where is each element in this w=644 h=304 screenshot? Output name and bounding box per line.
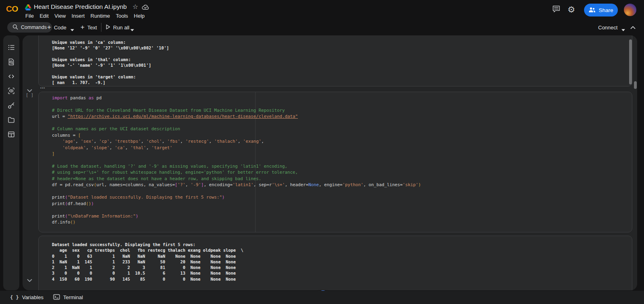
people-icon: [588, 7, 596, 14]
colab-logo[interactable]: CO: [6, 4, 18, 14]
run-all-button[interactable]: Run all: [105, 23, 129, 32]
menu-item-file[interactable]: File: [25, 12, 35, 19]
code-line: # using sep=r'\s+' for robust whitespace…: [52, 169, 421, 175]
table-of-contents-icon[interactable]: [7, 43, 16, 52]
menu-item-view[interactable]: View: [54, 12, 66, 19]
output-line: 3 0 0 0 0 1 10.5 6 13 None None None: [52, 270, 243, 276]
code-line: # Direct URL for the Cleveland Heart Dis…: [52, 107, 421, 113]
output-line: 1 NaN 1 145 1 233 NaN 50 20 None None No…: [52, 259, 243, 265]
code-line: print("Dataset loaded successfully. Disp…: [52, 194, 421, 200]
output-line: 0 1 0 63 1 NaN NaN NaN None None None No…: [52, 253, 243, 259]
code-line: ]: [52, 151, 421, 157]
menubar: FileEditViewInsertRuntimeToolsHelp: [25, 12, 145, 19]
code-line: [52, 188, 421, 194]
code-line: # Column names as per the UCI dataset de…: [52, 126, 421, 132]
menu-item-runtime[interactable]: Runtime: [90, 12, 111, 19]
terminal-button[interactable]: Terminal: [53, 294, 83, 301]
toolbar-collapse-chevron-icon[interactable]: [630, 24, 636, 31]
plus-icon: +: [47, 24, 51, 31]
output-line: [52, 51, 169, 57]
terminal-icon: [53, 294, 60, 301]
app-header: CO Heart Disease Prediction AI.ipynb ☆ F…: [0, 0, 644, 20]
app-footer: { } Variables Terminal: [0, 291, 644, 304]
output-scrollbar[interactable]: [629, 39, 632, 84]
code-line: # Load the dataset, handling '?' and '-9…: [52, 163, 421, 169]
connect-button[interactable]: Connect: [598, 23, 617, 32]
toolbar: Commands + Code + Text Run all Connect: [0, 20, 644, 35]
toolbar-divider: [101, 23, 101, 32]
code-line: 'oldpeak', 'slope', 'ca', 'thal', 'targe…: [52, 145, 421, 151]
output-cell-2: Dataset loaded successfully. Displaying …: [38, 236, 632, 290]
output-line: 4 150 60 190 90 145 85 0 0 None None Non…: [52, 276, 243, 282]
output-text: Unique values in 'ca' column:[None '12' …: [52, 39, 169, 85]
comments-icon[interactable]: [552, 5, 560, 14]
output-line: [ nan 1. 707. -9.]: [52, 80, 169, 85]
output-line: age sex cp trestbps chol fbs restecg tha…: [52, 247, 243, 253]
connect-label: Connect: [598, 25, 617, 31]
connect-caret-icon[interactable]: [621, 26, 625, 33]
execution-indicator[interactable]: [ ]: [26, 92, 33, 97]
code-cell[interactable]: import pandas as pd # Direct URL for the…: [38, 92, 632, 232]
settings-gear-icon[interactable]: ⚙: [568, 4, 575, 16]
code-line: import pandas as pd: [52, 95, 421, 101]
code-snippets-icon[interactable]: [7, 72, 16, 81]
output-line: [None '-' 'name' '-9' '1' '1\x00\x001']: [52, 62, 169, 68]
cloud-saved-icon[interactable]: [142, 4, 149, 12]
code-line: [52, 101, 421, 107]
share-label: Share: [599, 7, 613, 13]
code-line: df.info(): [52, 219, 421, 225]
add-text-label: Text: [87, 25, 97, 31]
notebook-title[interactable]: Heart Disease Prediction AI.ipynb: [34, 3, 127, 10]
code-line: [52, 207, 421, 213]
commands-button[interactable]: Commands: [7, 22, 52, 33]
output-line: 2 1 NaN 1 2 2 3 81 0 None None None: [52, 265, 243, 270]
code-line: print("\nDataFrame Information:"): [52, 213, 421, 219]
user-avatar[interactable]: [624, 4, 636, 16]
add-code-button[interactable]: + Code: [47, 23, 66, 32]
find-and-replace-icon[interactable]: [7, 58, 16, 66]
add-code-caret-icon[interactable]: [70, 26, 74, 33]
menu-item-tools[interactable]: Tools: [115, 12, 129, 19]
variables-label: Variables: [22, 294, 43, 300]
search-icon: [12, 24, 18, 31]
code-line: df = pd.read_csv(url, names=columns, na_…: [52, 182, 421, 188]
code-line: 'age', 'sex', 'cp', 'trestbps', 'chol', …: [52, 138, 421, 144]
code-editor[interactable]: import pandas as pd # Direct URL for the…: [52, 95, 421, 226]
collapse-output-chevron-icon[interactable]: [27, 277, 32, 284]
output-cell-1: Unique values in 'ca' column:[None '12' …: [38, 35, 632, 86]
output-line: Unique values in 'ca' column:: [52, 39, 169, 45]
add-code-label: Code: [54, 25, 66, 31]
code-line: url = "https://archive.ics.uci.edu/ml/ma…: [52, 113, 421, 119]
code-line: [52, 120, 421, 126]
output-line: [None '12' '-9' '0' '27' '\x00\x00\x002'…: [52, 45, 169, 51]
files-folder-icon[interactable]: [7, 115, 16, 124]
share-button[interactable]: Share: [584, 4, 618, 16]
cell-overflow-menu-icon[interactable]: •••: [40, 86, 45, 90]
code-line: # header=None as the dataset does not ha…: [52, 176, 421, 182]
output-line: Unique values in 'thal' column:: [52, 57, 169, 62]
menu-item-help[interactable]: Help: [133, 12, 146, 19]
output-line: [52, 68, 169, 74]
secrets-key-icon[interactable]: [7, 101, 16, 110]
vision-scan-icon[interactable]: [7, 86, 16, 95]
left-icon-rail: [3, 35, 19, 290]
play-icon: [105, 24, 110, 31]
code-line: print(df.head()): [52, 201, 421, 207]
data-table-icon[interactable]: [7, 130, 16, 139]
notebook-scrollbar[interactable]: [634, 81, 637, 89]
plus-icon: +: [80, 24, 85, 31]
code-line: [52, 157, 421, 163]
drive-icon: [25, 4, 31, 12]
add-text-button[interactable]: + Text: [80, 23, 97, 32]
menu-item-insert[interactable]: Insert: [71, 12, 86, 19]
braces-icon: { }: [10, 295, 19, 300]
star-icon[interactable]: ☆: [132, 3, 138, 10]
variables-button[interactable]: { } Variables: [10, 294, 43, 300]
run-all-label: Run all: [113, 25, 129, 31]
code-line: columns = [: [52, 132, 421, 138]
run-all-caret-icon[interactable]: [130, 26, 134, 33]
output-line: Dataset loaded successfully. Displaying …: [52, 242, 243, 247]
output-text: Dataset loaded successfully. Displaying …: [52, 242, 243, 282]
terminal-label: Terminal: [63, 294, 83, 300]
menu-item-edit[interactable]: Edit: [39, 12, 49, 19]
